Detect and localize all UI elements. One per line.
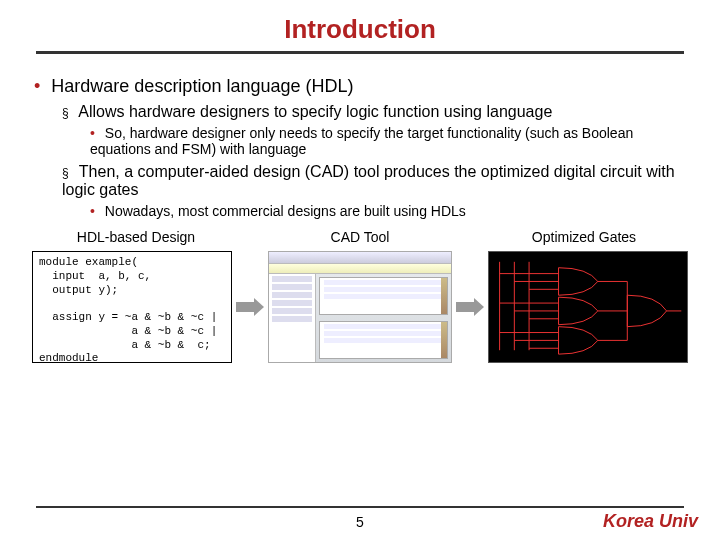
bullet-level3: • So, hardware designer only needs to sp… xyxy=(90,125,694,157)
bullet-icon: • xyxy=(34,76,40,96)
bullet-level1: • Hardware description language (HDL) xyxy=(34,76,694,97)
label-gates: Optimized Gates xyxy=(484,229,684,245)
bullet-level3: • Nowadays, most commercial designs are … xyxy=(90,203,694,219)
bullet-text: Hardware description language (HDL) xyxy=(51,76,353,96)
bullet-text: Allows hardware designers to specify log… xyxy=(78,103,552,120)
figure-row: module example( input a, b, c, output y)… xyxy=(32,247,688,367)
bullet-level2: § Then, a computer-aided design (CAD) to… xyxy=(62,163,694,199)
slide-title: Introduction xyxy=(0,14,720,45)
bullet-icon: • xyxy=(90,203,95,219)
slide-body: • Hardware description language (HDL) § … xyxy=(0,54,720,367)
bullet-text: Then, a computer-aided design (CAD) tool… xyxy=(62,163,675,198)
optimized-gates-schematic xyxy=(488,251,688,363)
figure-labels-row: HDL-based Design CAD Tool Optimized Gate… xyxy=(36,229,684,245)
cad-tool-screenshot xyxy=(268,251,452,363)
hdl-code-box: module example( input a, b, c, output y)… xyxy=(32,251,232,363)
bullet-icon: • xyxy=(90,125,95,141)
footer-divider xyxy=(36,506,684,508)
bullet-icon: § xyxy=(62,106,69,120)
bullet-text: Nowadays, most commercial designs are bu… xyxy=(105,203,466,219)
arrow-right-icon xyxy=(456,298,484,316)
footer-brand: Korea Univ xyxy=(603,511,698,532)
bullet-text: So, hardware designer only needs to spec… xyxy=(90,125,633,157)
label-cad: CAD Tool xyxy=(236,229,484,245)
bullet-level2: § Allows hardware designers to specify l… xyxy=(62,103,694,121)
arrow-right-icon xyxy=(236,298,264,316)
label-hdl: HDL-based Design xyxy=(36,229,236,245)
bullet-icon: § xyxy=(62,166,69,180)
